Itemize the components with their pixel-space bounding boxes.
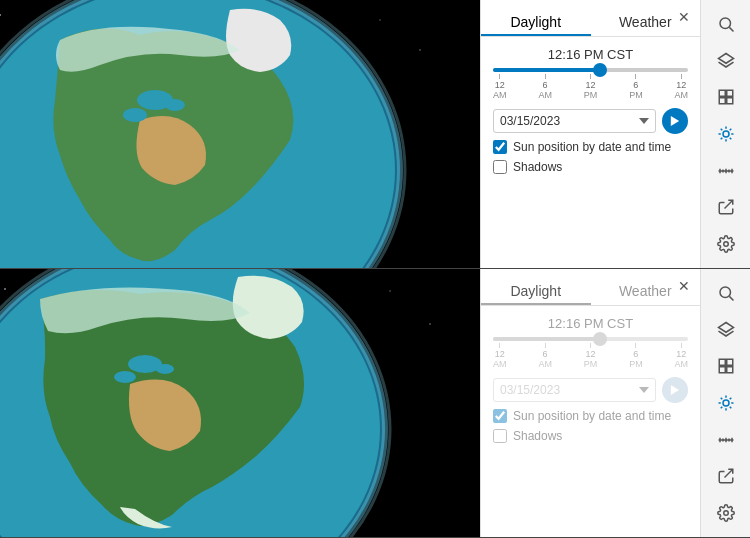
globe-top [0,0,480,268]
svg-line-60 [729,297,733,301]
settings-icon [717,235,735,253]
tick-6pm-bottom: 6 PM [629,343,643,369]
svg-marker-61 [718,322,733,332]
svg-rect-24 [719,98,725,104]
basemap-button-bottom[interactable] [708,350,744,383]
shadows-row-top: Shadows [493,160,688,174]
search-button-top[interactable] [708,8,744,41]
bottom-panel-row: Daylight Weather ✕ 12:16 PM CST [0,269,750,538]
svg-point-48 [389,290,391,292]
daylight-panel-top: Daylight Weather ✕ 12:16 PM CST [480,0,700,268]
sun-position-checkbox-bottom[interactable] [493,409,507,423]
search-icon-bottom [717,284,735,302]
svg-rect-62 [719,360,725,366]
measure-icon [717,162,735,180]
tab-daylight-top[interactable]: Daylight [481,6,591,36]
svg-marker-21 [718,53,733,63]
svg-point-15 [165,99,185,111]
close-button-bottom[interactable]: ✕ [674,277,694,295]
slider-fill-top [493,68,600,72]
search-icon [717,15,735,33]
play-button-top[interactable] [662,108,688,134]
svg-line-32 [729,138,731,140]
basemap-button-top[interactable] [708,81,744,114]
play-icon-top [670,116,680,126]
svg-rect-64 [719,367,725,373]
basemap-icon [717,88,735,106]
date-select-top[interactable]: 03/15/2023 [493,109,656,133]
daylight-panel-bottom: Daylight Weather ✕ 12:16 PM CST [480,269,700,537]
sun-icon [717,125,735,143]
toolbar-top [700,0,750,268]
svg-line-34 [729,129,731,131]
svg-point-41 [723,242,728,247]
sun-button-top[interactable] [708,118,744,151]
toolbar-bottom [700,269,750,537]
sun-position-label-bottom: Sun position by date and time [513,409,671,423]
svg-line-73 [720,407,722,409]
share-button-top[interactable] [708,191,744,224]
layers-button-bottom[interactable] [708,314,744,347]
svg-rect-65 [726,367,732,373]
globe-svg-bottom [0,269,460,537]
svg-line-72 [729,407,731,409]
measure-button-top[interactable] [708,154,744,187]
slider-fill-bottom [493,337,600,341]
tick-12am-bottom: 12 AM [493,343,507,369]
svg-marker-18 [671,116,679,126]
tick-12am-top: 12 AM [493,74,507,100]
svg-point-26 [723,131,729,137]
sun-position-row-top: Sun position by date and time [493,140,688,154]
share-button-bottom[interactable] [708,460,744,493]
time-display-bottom: 12:16 PM CST [493,316,688,331]
svg-point-19 [720,18,731,29]
share-icon-bottom [717,467,735,485]
slider-track-top [493,68,688,72]
date-select-bottom[interactable]: 03/15/2023 [493,378,656,402]
svg-point-54 [114,371,136,383]
time-display-top: 12:16 PM CST [493,47,688,62]
layers-button-top[interactable] [708,45,744,78]
layers-icon [717,52,735,70]
panel-content-top: 12:16 PM CST 12 AM [481,37,700,268]
svg-rect-23 [726,91,732,97]
svg-point-66 [723,400,729,406]
settings-icon-bottom [717,504,735,522]
svg-point-49 [429,323,431,325]
tick-6pm-top: 6 PM [629,74,643,100]
svg-rect-63 [726,360,732,366]
shadows-row-bottom: Shadows [493,429,688,443]
sun-icon-bottom [717,394,735,412]
svg-line-33 [720,138,722,140]
settings-button-bottom[interactable] [708,496,744,529]
svg-line-31 [720,129,722,131]
panel-tabs-top: Daylight Weather ✕ [481,0,700,37]
share-icon [717,198,735,216]
slider-thumb-top[interactable] [593,63,607,77]
time-slider-bottom[interactable] [493,337,688,341]
close-button-top[interactable]: ✕ [674,8,694,26]
svg-point-55 [156,364,174,374]
svg-rect-22 [719,91,725,97]
globe-svg-top [0,0,460,268]
tick-12am2-top: 12 AM [675,74,689,100]
time-slider-top[interactable] [493,68,688,72]
measure-button-bottom[interactable] [708,423,744,456]
tab-daylight-bottom[interactable]: Daylight [481,275,591,305]
sun-button-bottom[interactable] [708,387,744,420]
settings-button-top[interactable] [708,227,744,260]
shadows-checkbox-bottom[interactable] [493,429,507,443]
top-panel-row: Daylight Weather ✕ 12:16 PM CST [0,0,750,269]
svg-line-20 [729,28,733,32]
layers-icon-bottom [717,321,735,339]
globe-bottom [0,269,480,537]
measure-icon-bottom [717,431,735,449]
play-button-bottom[interactable] [662,377,688,403]
date-row-bottom: 03/15/2023 [493,377,688,403]
sun-position-checkbox-top[interactable] [493,140,507,154]
slider-thumb-bottom[interactable] [593,332,607,346]
shadows-checkbox-top[interactable] [493,160,507,174]
shadows-label-bottom: Shadows [513,429,562,443]
basemap-icon-bottom [717,357,735,375]
search-button-bottom[interactable] [708,277,744,310]
